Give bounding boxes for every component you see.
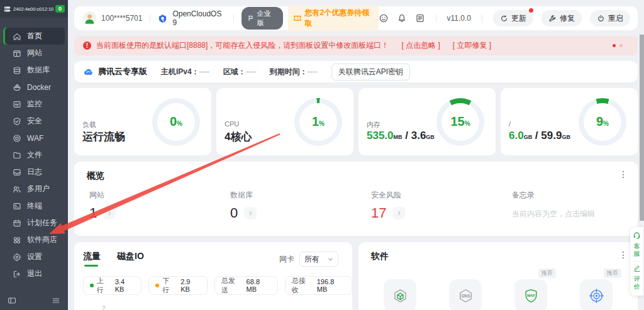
rate-button[interactable]: 评价 xyxy=(633,275,641,291)
sidebar-item-label: 退出 xyxy=(27,268,42,279)
account-id[interactable]: 100****5701 xyxy=(101,14,142,23)
docker-icon xyxy=(13,83,21,92)
chevron-down-icon xyxy=(328,257,333,262)
sidebar-item-home[interactable]: 首页 xyxy=(3,28,65,45)
os-logo-icon xyxy=(158,14,167,23)
sidebar-item-settings[interactable]: 设置 xyxy=(0,248,68,265)
usage-donut: 1% xyxy=(294,98,342,146)
divider xyxy=(633,261,641,262)
dns-icon[interactable]: DNS xyxy=(449,279,482,310)
overview-menu-icon[interactable]: ⋮ xyxy=(619,169,628,179)
waf-shield-icon[interactable]: WAF xyxy=(514,279,547,310)
nic-filter: 网卡 所有 xyxy=(279,252,338,267)
overview-item-label: 备忘录 xyxy=(512,190,638,201)
divider xyxy=(482,14,482,23)
store-icon xyxy=(13,236,21,245)
sidebar-item-multiuser[interactable]: 多用户 xyxy=(0,180,68,197)
sidebar-item-logs[interactable]: 日志 xyxy=(0,163,68,180)
sidebar-item-logout[interactable]: 退出 xyxy=(0,265,68,282)
header-right: v11.0.0 更新 修复 重启 xyxy=(379,10,630,26)
tab-流量[interactable]: 流量 xyxy=(83,251,101,267)
overview-item-label: 网站 xyxy=(89,190,215,201)
overview-grid: 网站1›数据库0›安全风险17›备忘录当前内容为空，点击编辑 xyxy=(74,190,638,221)
calendar-icon xyxy=(13,219,21,228)
server-icon xyxy=(3,5,11,13)
app-tile[interactable]: DNS腾讯云DNS解析 3.1 xyxy=(433,279,498,310)
sidebar-item-terminal[interactable]: 终端 xyxy=(0,197,68,214)
pager-dot[interactable] xyxy=(619,44,623,47)
theme-icon[interactable] xyxy=(379,13,389,23)
sidebar-item-security[interactable]: 安全 xyxy=(0,113,68,130)
tab-磁盘IO[interactable]: 磁盘IO xyxy=(117,251,144,267)
ignore-link[interactable]: [ 点击忽略 ] xyxy=(401,40,440,51)
coupon-notice[interactable]: 您有2个优惠券待领取 xyxy=(288,6,379,31)
sidebar-item-label: 日志 xyxy=(27,167,42,177)
pager-dot-active[interactable] xyxy=(613,44,616,47)
app-tile[interactable]: 腾讯云COSFS 2.0 xyxy=(367,279,433,310)
traffic-stats: 上行3.4 KB下行2.9 KB总发送68.8 MB总接收196.8 MB xyxy=(83,276,352,295)
stat-label: 总接收 xyxy=(292,276,312,295)
svg-text:DNS: DNS xyxy=(461,293,470,297)
edit-icon xyxy=(633,265,641,272)
sidebar-item-files[interactable]: 文件 xyxy=(0,147,68,163)
scrollbar-thumb[interactable] xyxy=(640,35,644,221)
metric-label: CPU xyxy=(225,120,239,128)
sidebar-item-website[interactable]: 网站 xyxy=(0,45,68,62)
sidebar-item-cron[interactable]: 计划任务 xyxy=(0,214,68,231)
link-api-key-button[interactable]: 关联腾讯云API密钥 xyxy=(331,64,410,80)
sidebar-item-monitor[interactable]: 监控 xyxy=(0,96,68,113)
nic-select[interactable]: 所有 xyxy=(299,252,338,267)
header-card: 100****5701 OpenCloudOS 9 企业版 您有2个优惠券待领取… xyxy=(74,6,638,30)
usage-percent: 0% xyxy=(170,114,182,129)
customer-service-button[interactable]: 客服 xyxy=(633,243,641,258)
avatar-icon[interactable] xyxy=(83,11,96,25)
metric-value: 6.0GB / 59.9GB xyxy=(509,130,570,142)
sidebar-item-waf[interactable]: WAF xyxy=(0,130,68,147)
traffic-stat-pill: 总接收196.8 MB xyxy=(285,276,352,295)
hamburger-icon[interactable] xyxy=(52,296,60,305)
header-left: 100****5701 OpenCloudOS 9 企业版 您有2个优惠券待领取 xyxy=(83,6,379,31)
restart-button[interactable]: 重启 xyxy=(590,10,630,26)
app-tile[interactable]: 推荐WAFWAF xyxy=(498,279,564,310)
message-count-badge[interactable]: 0 xyxy=(55,5,65,13)
database-icon xyxy=(13,66,21,75)
chevron-right-icon[interactable]: › xyxy=(392,207,405,219)
folder-icon xyxy=(13,151,21,160)
sidebar-item-docker[interactable]: Docker xyxy=(0,79,68,96)
repair-button[interactable]: 修复 xyxy=(541,10,582,26)
metric-card[interactable]: 内存535.0MB / 3.6GB15% xyxy=(358,88,496,155)
cosfs-icon[interactable] xyxy=(384,279,416,310)
field-value: ---- xyxy=(246,67,256,76)
site-monitor-icon[interactable] xyxy=(580,279,613,310)
sidebar-item-appstore[interactable]: 软件商店 xyxy=(0,231,68,248)
headset-icon xyxy=(633,231,641,240)
metric-card[interactable]: 负载运行流畅0% xyxy=(74,88,211,155)
fix-now-link[interactable]: [ 立即修复 ] xyxy=(453,40,491,51)
sidebar-item-database[interactable]: 数据库 xyxy=(0,62,68,79)
chevron-right-icon[interactable]: › xyxy=(103,207,116,219)
overview-item-value: 0› xyxy=(230,205,356,221)
logs-icon xyxy=(13,168,21,177)
metric-card[interactable]: /6.0GB / 59.9GB9% xyxy=(501,88,638,155)
chevron-right-icon[interactable]: › xyxy=(244,207,257,219)
field-label: 区域： xyxy=(223,67,246,76)
bell-icon[interactable] xyxy=(397,13,407,23)
gear-icon xyxy=(13,253,21,262)
server-address-bar[interactable]: 2402:4e00:c012:10( 0 xyxy=(0,0,68,18)
cloud-info-bar: 腾讯云专享版 主机IPv4：----区域：----到期时间：---- 关联腾讯云… xyxy=(74,61,638,82)
website-icon xyxy=(13,49,21,58)
edition-badge[interactable]: 企业版 xyxy=(242,7,283,30)
metric-label: / xyxy=(509,120,511,128)
metric-card[interactable]: CPU4核心1% xyxy=(216,88,353,155)
memo-icon[interactable] xyxy=(415,13,425,23)
app-tile[interactable]: 推荐网站监控报表 xyxy=(564,279,629,310)
collapse-icon[interactable] xyxy=(8,296,16,305)
traffic-card: 流量磁盘IO 网卡 所有 上行3.4 KB下行2.9 KB总发送68.8 MB总… xyxy=(74,242,352,310)
server-address: 2402:4e00:c012:10( xyxy=(13,6,53,12)
sidebar-item-label: 计划任务 xyxy=(27,218,57,228)
software-menu-icon[interactable]: ⋮ xyxy=(619,250,628,260)
update-button[interactable]: 更新 xyxy=(493,10,533,26)
memo-placeholder[interactable]: 当前内容为空，点击编辑 xyxy=(512,209,638,219)
sidebar-menu: 首页网站数据库Docker监控安全WAF文件日志多用户终端计划任务软件商店设置退… xyxy=(0,28,68,282)
sidebar-item-label: 终端 xyxy=(27,201,42,211)
